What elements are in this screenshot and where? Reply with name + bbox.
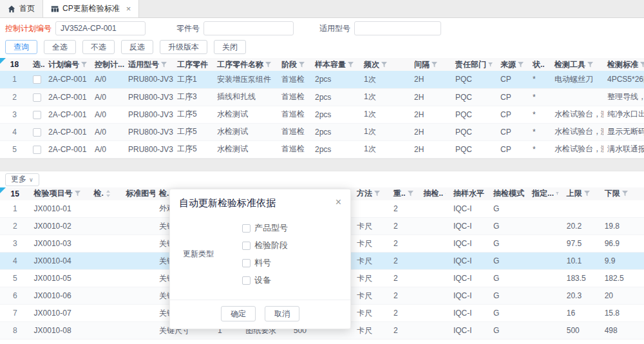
option-label: 设备	[254, 274, 271, 286]
dialog-close-icon[interactable]: ×	[336, 197, 341, 207]
column-header[interactable]: 上限	[563, 187, 601, 200]
column-header[interactable]: 重..	[390, 187, 420, 200]
upgrade-version-button[interactable]: 升级版本	[160, 40, 207, 54]
filter-funnel-icon[interactable]	[381, 62, 387, 68]
column-header[interactable]: 来源	[497, 58, 529, 71]
header-row: 18选..计划编号控制计...适用型号工序零件工序零件名称阶段样本容量频次间隔责…	[0, 58, 644, 71]
filter-funnel-icon[interactable]	[556, 191, 559, 196]
table-row[interactable]: 22A-CP-001A/0PRU800-JV352A工序3插线和扎线首巡检2pc…	[0, 88, 644, 106]
part-no-input[interactable]	[204, 21, 294, 35]
filter-funnel-icon[interactable]	[518, 62, 524, 68]
column-header[interactable]: 选..	[29, 58, 44, 71]
column-header[interactable]: 间隔	[410, 58, 451, 71]
row-checkbox[interactable]	[33, 128, 41, 137]
checkbox-icon[interactable]	[242, 259, 251, 267]
column-header[interactable]: 检测标准	[603, 58, 644, 71]
table-cell: 2A-CP-001	[44, 140, 91, 158]
tab-cp-update-standard[interactable]: CP更新检验标准 ×	[43, 0, 139, 17]
cancel-button[interactable]: 取消	[265, 306, 299, 321]
tab-home[interactable]: 首页	[0, 0, 43, 17]
filter-funnel-icon[interactable]	[374, 191, 380, 196]
column-label: 检测工具	[554, 59, 585, 70]
column-header[interactable]: 抽样水平	[450, 187, 489, 200]
dialog-title: 自动更新检验标准依据	[179, 197, 276, 209]
select-all-button[interactable]: 全选	[44, 40, 76, 54]
filter-funnel-icon[interactable]	[488, 62, 493, 68]
filter-funnel-icon[interactable]	[640, 62, 644, 68]
table-cell: JX0010-06	[30, 287, 90, 305]
table-row[interactable]: 42A-CP-001A/0PRU800-JV352A工序5水检测试首巡检2pcs…	[0, 123, 644, 140]
row-checkbox[interactable]	[33, 93, 41, 102]
invert-selection-button[interactable]: 反选	[121, 40, 153, 54]
column-header[interactable]: 状..	[529, 58, 551, 71]
table-cell: 工序5	[173, 140, 213, 158]
table-cell: G	[489, 235, 528, 253]
table-cell: PRU800-JV352A	[124, 140, 173, 158]
table-cell: CP	[497, 88, 529, 106]
column-header[interactable]: 频次	[360, 58, 410, 71]
filter-funnel-icon[interactable]	[299, 62, 305, 68]
column-header[interactable]: 控制计...	[91, 58, 124, 71]
option-equipment[interactable]: 设备	[242, 274, 288, 286]
row-checkbox[interactable]	[33, 111, 41, 119]
column-header[interactable]: 抽检..	[419, 187, 450, 200]
filter-funnel-icon[interactable]	[408, 191, 413, 196]
table-cell	[528, 235, 563, 253]
column-header[interactable]: 指定...	[528, 187, 563, 200]
close-button[interactable]: 关闭	[214, 40, 246, 54]
model-input[interactable]	[354, 21, 441, 35]
chevron-down-icon: ∨	[29, 177, 33, 183]
column-header[interactable]: 样本容量	[311, 58, 360, 71]
filter-funnel-icon[interactable]	[81, 62, 87, 68]
option-material-no[interactable]: 料号	[242, 257, 288, 269]
filter-funnel-icon[interactable]	[584, 191, 590, 196]
column-header[interactable]: 阶段	[278, 58, 311, 71]
sort-carets-icon[interactable]	[106, 190, 111, 197]
row-checkbox[interactable]	[33, 146, 41, 154]
filter-funnel-icon[interactable]	[622, 191, 628, 196]
more-button[interactable]: 更多 ∨	[5, 173, 39, 186]
column-header[interactable]: 检.	[90, 187, 122, 200]
column-label: 适用型号	[128, 59, 159, 70]
table-cell	[528, 253, 563, 270]
filter-funnel-icon[interactable]	[587, 62, 593, 68]
column-header[interactable]: 责任部门	[451, 58, 497, 71]
filter-funnel-icon[interactable]	[431, 62, 437, 68]
toolbar: 查询 全选 不选 反选 升级版本 关闭	[0, 39, 644, 58]
filter-funnel-icon[interactable]	[75, 191, 80, 196]
close-tab-icon[interactable]: ×	[126, 5, 131, 13]
option-inspection-stage[interactable]: 检验阶段	[242, 240, 288, 251]
column-header[interactable]: 工序零件	[173, 58, 213, 71]
filter-funnel-icon[interactable]	[348, 62, 354, 68]
column-header[interactable]: 抽检模式	[489, 187, 528, 200]
confirm-button[interactable]: 确定	[221, 306, 256, 321]
table-row[interactable]: 12A-CP-001A/0PRU800-JV352A工序1安装增压泵组件首巡检2…	[0, 71, 644, 88]
column-header[interactable]: 适用型号	[124, 58, 173, 71]
select-none-button[interactable]: 不选	[82, 40, 115, 54]
table-row[interactable]: 52A-CP-001A/0PRU800-JV352A工序5水检测试首巡检2pcs…	[0, 140, 644, 158]
column-header[interactable]: 下限	[601, 187, 644, 200]
column-header[interactable]: 检验项目号	[30, 187, 90, 200]
filter-funnel-icon[interactable]	[265, 62, 271, 68]
column-label: 下限	[605, 188, 620, 199]
row-checkbox[interactable]	[33, 75, 41, 84]
table-cell	[551, 88, 603, 106]
column-label: 方法	[357, 188, 372, 199]
column-header[interactable]: 计划编号	[44, 58, 91, 71]
table-cell: PQC	[451, 106, 497, 123]
control-plan-input[interactable]	[55, 21, 146, 35]
filter-funnel-icon[interactable]	[445, 191, 446, 196]
query-button[interactable]: 查询	[5, 40, 37, 54]
option-product-model[interactable]: 产品型号	[242, 222, 288, 234]
checkbox-icon[interactable]	[242, 242, 251, 250]
column-header[interactable]: 工序零件名称	[213, 58, 278, 71]
checkbox-icon[interactable]	[242, 224, 251, 233]
table-row[interactable]: 32A-CP-001A/0PRU800-JV352A工序5水检测试首巡检2pcs…	[0, 106, 644, 123]
column-label: 指定...	[532, 188, 554, 199]
checkbox-icon[interactable]	[242, 276, 251, 285]
table-cell: G	[489, 200, 528, 218]
column-header[interactable]: 检测工具	[551, 58, 603, 71]
filter-funnel-icon[interactable]	[161, 62, 167, 68]
column-header[interactable]: 方法	[353, 187, 390, 200]
column-header[interactable]: 标准图号	[122, 187, 155, 200]
